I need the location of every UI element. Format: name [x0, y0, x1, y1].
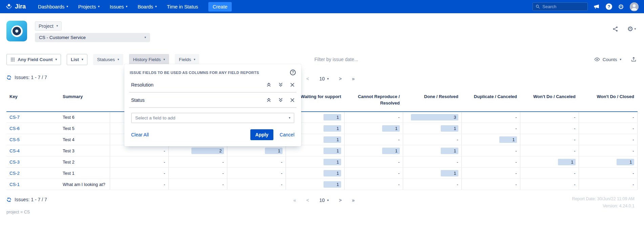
gear-icon[interactable]: ⚙: [618, 3, 624, 10]
count-cell: -: [579, 134, 637, 145]
page-size-value: 10: [319, 76, 325, 81]
issue-key-link[interactable]: CS-3: [9, 160, 20, 165]
pagination-first[interactable]: «: [293, 198, 296, 203]
issue-row-cs-5: CS-5Test 4---1--1--: [6, 134, 637, 145]
column-header-value-7[interactable]: Duplicate / Canceled: [461, 92, 520, 112]
field-row-actions: [267, 82, 294, 87]
count-cell: -: [344, 168, 403, 179]
clear-all-link[interactable]: Clear All: [131, 132, 149, 137]
pagination-last[interactable]: »: [352, 76, 355, 81]
project-avatar-icon: [11, 25, 23, 37]
issue-key-link[interactable]: CS-4: [9, 148, 20, 153]
search-input[interactable]: [542, 4, 585, 9]
count-cell: -: [227, 179, 286, 190]
eye-icon: [594, 57, 600, 62]
page-size-select[interactable]: 10 ▾: [319, 198, 329, 203]
nav-item-boards[interactable]: Boards▾: [138, 4, 157, 10]
nav-item-dashboards[interactable]: Dashboards▾: [38, 4, 68, 10]
report-meta: Report Date: 30/Jun/22 11:09 AM Version:…: [572, 195, 635, 210]
column-header-summary[interactable]: Summary: [60, 92, 110, 112]
count-cell: -: [461, 145, 520, 156]
pagination-last[interactable]: »: [352, 198, 355, 203]
issue-row-cs-3: CS-3Test 2---1---11: [6, 156, 637, 168]
add-field-select[interactable]: Select a field to add ▾: [131, 113, 294, 123]
user-avatar[interactable]: [630, 2, 639, 11]
count-cell: -: [344, 112, 403, 123]
announcements-megaphone-icon[interactable]: [594, 3, 600, 10]
export-icon[interactable]: [631, 57, 637, 62]
toolbar-right: Counts ▾: [594, 57, 637, 62]
issue-date-filter-input[interactable]: Filter by issue date...: [314, 57, 358, 62]
field-row-actions: [267, 98, 294, 102]
share-icon[interactable]: [612, 26, 619, 32]
apply-button[interactable]: Apply: [250, 129, 274, 140]
issues-count-text: Issues: 1 - 7 / 7: [15, 197, 47, 202]
history-fields-dropdown[interactable]: History Fields ▾: [129, 54, 169, 65]
count-cell: -: [579, 168, 637, 179]
column-header-key[interactable]: Key: [6, 92, 60, 112]
count-cell: -: [461, 168, 520, 179]
view-dropdown[interactable]: List ▾: [67, 54, 87, 65]
cancel-link[interactable]: Cancel: [279, 132, 294, 137]
any-field-report-table: KeySummary/ Waiting for supportCannot Re…: [6, 92, 638, 190]
nav-item-time-in-status[interactable]: Time in Status: [167, 4, 198, 10]
refresh-icon[interactable]: [6, 197, 12, 202]
view-label: List: [71, 57, 79, 62]
avatar-person-icon: [630, 2, 639, 11]
count-bar: 1: [324, 114, 341, 120]
count-cell: -: [461, 123, 520, 134]
issue-key-link[interactable]: CS-1: [9, 182, 20, 187]
project-select[interactable]: CS - Customer Service ▾: [35, 33, 150, 42]
issue-key-link[interactable]: CS-7: [9, 115, 20, 120]
statuses-dropdown[interactable]: Statuses ▾: [93, 54, 123, 65]
issue-key-link[interactable]: CS-2: [9, 171, 20, 176]
nav-item-issues[interactable]: Issues▾: [110, 4, 127, 10]
count-bar: 1: [324, 170, 341, 176]
pagination-next[interactable]: >: [339, 198, 341, 203]
pagination-next[interactable]: >: [339, 76, 341, 81]
issue-row-cs-7: CS-7Test 6---1-3---: [6, 112, 637, 123]
create-button[interactable]: Create: [208, 2, 232, 12]
table-header-row: KeySummary/ Waiting for supportCannot Re…: [6, 92, 637, 112]
move-to-bottom-icon[interactable]: [278, 98, 283, 102]
jira-logo[interactable]: Jira: [5, 3, 26, 10]
fields-dropdown[interactable]: Fields ▾: [175, 54, 200, 65]
settings-gear-dropdown[interactable]: ⚙ ▾: [627, 25, 636, 32]
help-icon[interactable]: ?: [606, 3, 612, 10]
counts-dropdown[interactable]: Counts ▾: [594, 57, 621, 62]
report-type-dropdown[interactable]: Any Field Count ▾: [6, 54, 61, 65]
summary-cell: Test 4: [60, 134, 110, 145]
column-header-value-5[interactable]: Cannot Reproduce / Resolved: [344, 92, 403, 112]
popup-header: ISSUE FIELDS TO BE USED AS COLUMNS FOR A…: [129, 70, 296, 77]
refresh-icon[interactable]: [6, 75, 12, 80]
chevron-down-icon: ▾: [57, 24, 58, 27]
count-bar: 2: [191, 148, 224, 154]
chevron-down-icon: ▾: [126, 5, 128, 8]
issue-key-link[interactable]: CS-6: [9, 126, 20, 131]
count-bar: 1: [324, 125, 341, 132]
help-icon[interactable]: ?: [290, 70, 296, 75]
chevron-down-icon: ▾: [98, 5, 100, 8]
column-header-value-9[interactable]: Won't Do / Closed: [579, 92, 637, 112]
summary-cell: Test 2: [60, 156, 110, 168]
navbar-search[interactable]: [533, 2, 588, 11]
move-to-top-icon[interactable]: [267, 98, 271, 102]
page-size-select[interactable]: 10 ▾: [319, 76, 329, 81]
nav-item-projects[interactable]: Projects▾: [78, 4, 100, 10]
pagination-prev[interactable]: <: [306, 76, 309, 81]
column-header-value-8[interactable]: Won't Do / Canceled: [520, 92, 579, 112]
summary-cell: Test 5: [60, 123, 110, 134]
column-header-value-6[interactable]: Done / Resolved: [403, 92, 461, 112]
top-navbar: Jira Dashboards▾Projects▾Issues▾Boards▾T…: [0, 0, 644, 13]
remove-field-icon[interactable]: [290, 98, 294, 102]
move-to-bottom-icon[interactable]: [278, 82, 283, 87]
project-type-dropdown[interactable]: Project ▾: [35, 21, 62, 31]
remove-field-icon[interactable]: [290, 83, 294, 87]
move-to-top-icon[interactable]: [267, 82, 271, 87]
count-cell: 1: [579, 156, 637, 168]
issue-key-link[interactable]: CS-5: [9, 137, 20, 142]
count-cell: -: [344, 156, 403, 168]
chevron-down-icon: ▾: [144, 36, 146, 39]
issue-row-cs-1: CS-1What am I looking at?---1-----: [6, 179, 637, 190]
pagination-prev[interactable]: <: [306, 198, 309, 203]
